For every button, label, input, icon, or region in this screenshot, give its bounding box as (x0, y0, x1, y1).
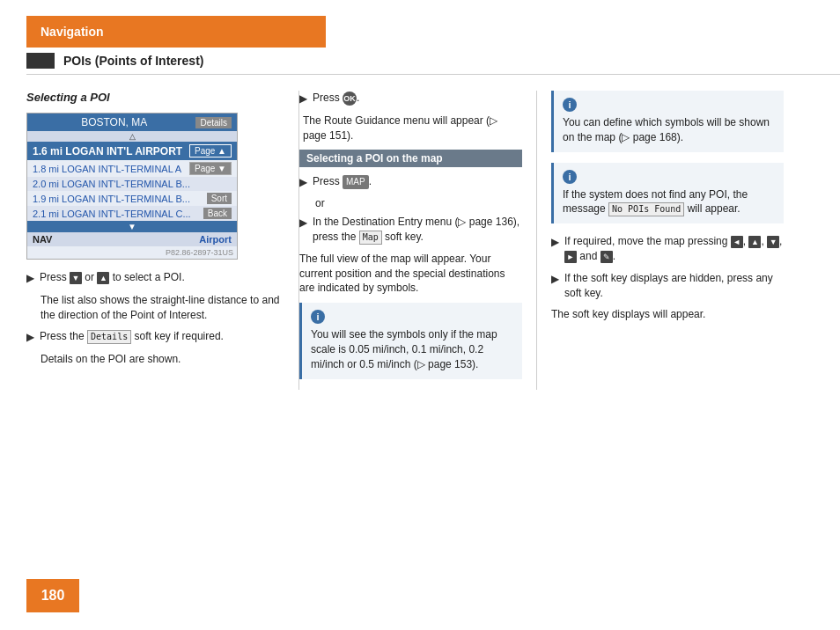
bullet-text: Press OK. (313, 91, 522, 106)
bullet-text: Press MAP. (313, 174, 522, 189)
bullet-details: ▶ Press the Details soft key if required… (26, 329, 281, 345)
section-heading: Selecting a POI (26, 91, 281, 104)
up-key[interactable]: ▲ (97, 272, 109, 284)
poi-nav-right: Airport (199, 234, 232, 245)
col-right: i You can define which symbols will be s… (537, 91, 784, 390)
poi-city: BOSTON, MA (33, 116, 195, 128)
info-text: You can define which symbols will be sho… (563, 115, 775, 145)
poi-details-btn[interactable]: Details (195, 117, 232, 128)
sub-header: POIs (Points of Interest) (26, 53, 840, 75)
list-item-text: 2.0 mi LOGAN INT'L-TERMINAL B... (33, 179, 190, 189)
zoom-key[interactable]: ✎ (601, 251, 613, 263)
poi-selected-text: 1.6 mi LOGAN INT'L AIRPORT (33, 145, 182, 158)
page-up-btn[interactable]: Page ▲ (189, 144, 232, 158)
poi-nav-row: NAV Airport (27, 232, 237, 246)
or-text: or (315, 197, 522, 209)
map-section-divider: Selecting a POI on the map (299, 150, 522, 167)
down-key[interactable]: ▼ (70, 272, 82, 284)
left-arrow-key[interactable]: ◄ (731, 236, 743, 248)
no-poi-message: No POIs Found (608, 202, 684, 216)
header-title: Navigation (41, 25, 104, 39)
straight-line-note: The list also shows the straight-line di… (41, 293, 281, 323)
col-middle: ▶ Press OK. The Route Guidance menu will… (299, 91, 537, 390)
poi-triangle: △ (27, 131, 237, 142)
info-text: If the system does not find any POI, the… (563, 187, 775, 217)
page-number: 180 (41, 588, 65, 603)
down-arrow-key[interactable]: ▼ (767, 236, 779, 248)
info-icon: i (563, 170, 577, 184)
details-note: Details on the POI are shown. (41, 352, 281, 367)
info-text: You will see the symbols only if the map… (311, 327, 513, 371)
details-softkey[interactable]: Details (87, 330, 131, 344)
bullet-hidden-softkey: ▶ If the soft key displays are hidden, p… (551, 271, 784, 301)
bullet-press-ok: ▶ Press OK. (299, 91, 522, 106)
ok-key[interactable]: OK (343, 92, 357, 106)
info-icon: i (563, 98, 577, 112)
bullet-text: In the Destination Entry menu (▷ page 13… (313, 215, 522, 245)
poi-code: P82.86-2897-31US (27, 246, 237, 259)
bullet-arrow-icon: ▶ (551, 235, 559, 250)
list-item-text: 1.9 mi LOGAN INT'L-TERMINAL B... (33, 194, 190, 204)
bullet-arrow-icon: ▶ (299, 92, 307, 106)
sort-btn[interactable]: Sort (207, 193, 232, 204)
sub-header-title: POIs (Points of Interest) (63, 54, 203, 68)
info-box-middle: i You will see the symbols only if the m… (299, 303, 522, 378)
bullet-text: Press ▼ or ▲ to select a POI. (40, 270, 281, 285)
route-guidance-note: The Route Guidance menu will appear (▷ p… (303, 114, 522, 143)
bullet-arrow-icon: ▶ (26, 330, 34, 345)
softkey-appear-note: The soft key displays will appear. (551, 307, 784, 322)
bullet-arrow-icon: ▶ (299, 216, 307, 231)
info-icon: i (311, 310, 325, 324)
bullet-select-poi: ▶ Press ▼ or ▲ to select a POI. (26, 270, 281, 286)
bullet-text: Press the Details soft key if required. (40, 329, 281, 344)
bullet-arrow-icon: ▶ (299, 175, 307, 190)
bullet-move-map: ▶ If required, move the map pressing ◄, … (551, 234, 784, 264)
poi-selected-row: 1.6 mi LOGAN INT'L AIRPORT Page ▲ (27, 142, 237, 160)
poi-widget: BOSTON, MA Details △ 1.6 mi LOGAN INT'L … (26, 113, 238, 260)
bullet-press-map: ▶ Press MAP. (299, 174, 522, 190)
poi-nav-left: NAV (33, 234, 52, 245)
col-left: Selecting a POI BOSTON, MA Details △ 1.6… (26, 91, 299, 390)
page-number-box: 180 (26, 579, 79, 612)
info-box-symbols: i You can define which symbols will be s… (551, 91, 784, 152)
bullet-arrow-icon: ▶ (551, 272, 559, 287)
back-btn[interactable]: Back (203, 208, 232, 219)
list-item: 1.8 mi LOGAN INT'L-TERMINAL A Page ▼ (27, 160, 237, 177)
black-rect-decoration (26, 53, 55, 69)
poi-header-row: BOSTON, MA Details (27, 114, 237, 131)
list-item-text: 1.8 mi LOGAN INT'L-TERMINAL A (33, 164, 181, 174)
page-down-btn[interactable]: Page ▼ (189, 162, 232, 175)
bullet-arrow-icon: ▶ (26, 271, 34, 286)
info-box-no-poi: i If the system does not find any POI, t… (551, 163, 784, 224)
map-softkey[interactable]: Map (359, 231, 382, 245)
right-arrow-key[interactable]: ► (564, 251, 577, 263)
list-item-text: 2.1 mi LOGAN INT'L-TERMINAL C... (33, 209, 191, 219)
list-item: 2.1 mi LOGAN INT'L-TERMINAL C... Back (27, 206, 237, 221)
bullet-text: If required, move the map pressing ◄, ▲,… (564, 234, 784, 264)
bullet-dest-entry: ▶ In the Destination Entry menu (▷ page … (299, 215, 522, 245)
list-item: 2.0 mi LOGAN INT'L-TERMINAL B... (27, 177, 237, 191)
main-content: Selecting a POI BOSTON, MA Details △ 1.6… (26, 91, 814, 390)
map-key[interactable]: MAP (343, 175, 369, 189)
full-view-note: The full view of the map will appear. Yo… (299, 252, 522, 296)
bullet-text: If the soft key displays are hidden, pre… (564, 271, 784, 301)
up-arrow-key[interactable]: ▲ (748, 236, 761, 248)
down-arrow: ▼ (27, 221, 237, 232)
header-bar: Navigation (26, 16, 326, 48)
list-item: 1.9 mi LOGAN INT'L-TERMINAL B... Sort (27, 191, 237, 206)
